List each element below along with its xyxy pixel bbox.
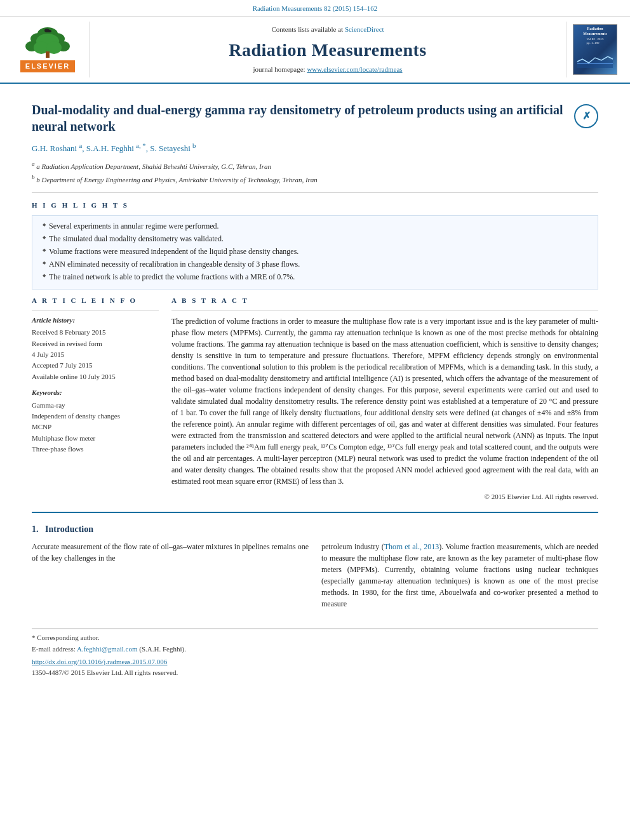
highlight-item-4: ANN eliminated necessity of recalibratio… [43, 259, 590, 270]
highlight-item-1: Several experiments in annular regime we… [43, 221, 590, 232]
article-info-header: A R T I C L E I N F O [32, 296, 159, 305]
highlight-item-3: Volume fractions were measured independe… [43, 246, 590, 257]
highlights-box: Several experiments in annular regime we… [32, 215, 598, 290]
abstract-header: A B S T R A C T [171, 296, 598, 305]
keyword-5: Three-phase flows [32, 444, 159, 454]
doi-line: http://dx.doi.org/10.1016/j.radmeas.2015… [32, 657, 598, 667]
intro-col-right: petroleum industry (Thorn et al., 2013).… [321, 541, 598, 610]
section-divider-thick [32, 512, 598, 513]
cover-details: Vol 82 · 2015pp. 1–180 [587, 37, 604, 45]
journal-cover-area: RadiationMeasurements Vol 82 · 2015pp. 1… [566, 22, 624, 77]
footnotes-section: * Corresponding author. E-mail address: … [32, 629, 598, 678]
article-info-abstract-section: A R T I C L E I N F O Article history: R… [32, 296, 598, 502]
thorn-citation-link[interactable]: Thorn et al., 2013 [384, 542, 439, 551]
article-info-panel: A R T I C L E I N F O Article history: R… [32, 296, 159, 502]
affiliation-b: b b Department of Energy Engineering and… [32, 173, 598, 185]
journal-title-area: Contents lists available at ScienceDirec… [89, 22, 566, 77]
date-online: Available online 10 July 2015 [32, 372, 159, 382]
contents-available: Contents lists available at ScienceDirec… [271, 25, 384, 34]
paper-title: Dual-modality and dual-energy gamma ray … [32, 102, 598, 135]
svg-rect-8 [46, 51, 50, 58]
keyword-4: Multiphase flow meter [32, 434, 159, 443]
svg-rect-11 [577, 60, 613, 68]
paper-body: ✗ Dual-modality and dual-energy gamma ra… [0, 84, 630, 690]
keyword-3: MCNP [32, 422, 159, 432]
date-received: Received 8 February 2015 [32, 328, 159, 337]
abstract-text: The prediction of volume fractions in or… [171, 316, 598, 487]
svg-point-10 [48, 30, 51, 32]
author-sup-a2: a, * [136, 142, 146, 149]
paper-title-section: ✗ Dual-modality and dual-energy gamma ra… [32, 102, 598, 135]
author-sup-a: a [79, 142, 82, 149]
article-history-label: Article history: [32, 316, 159, 325]
author-sup-b: b [192, 142, 196, 149]
email-link[interactable]: A.feghhi@gmail.com [77, 645, 138, 653]
keyword-2: Independent of density changes [32, 411, 159, 421]
journal-header: ELSEVIER Contents lists available at Sci… [0, 17, 630, 84]
journal-cover-image: RadiationMeasurements Vol 82 · 2015pp. 1… [573, 24, 617, 75]
crossmark-icon: ✗ [582, 109, 591, 123]
top-citation-bar: Radiation Measurements 82 (2015) 154–162 [0, 0, 630, 17]
issn-line: 1350-4487/© 2015 Elsevier Ltd. All right… [32, 668, 598, 677]
affiliation-a: a a Radiation Application Department, Sh… [32, 160, 598, 171]
sciencedirect-link[interactable]: ScienceDirect [345, 25, 384, 33]
abstract-divider [171, 310, 598, 310]
divider-1 [32, 192, 598, 193]
elsevier-tree-icon [19, 27, 76, 59]
section-title: 1. Introduction [32, 523, 598, 536]
email-note: E-mail address: A.feghhi@gmail.com (S.A.… [32, 644, 598, 654]
copyright-line: © 2015 Elsevier Ltd. All rights reserved… [171, 492, 598, 502]
journal-main-title: Radiation Measurements [229, 37, 426, 62]
highlights-list: Several experiments in annular regime we… [43, 221, 590, 282]
journal-homepage-link[interactable]: www.elsevier.com/locate/radmeas [307, 65, 402, 73]
intro-col-left: Accurate measurement of the flow rate of… [32, 541, 309, 610]
highlight-item-2: The simulated dual modality densitometry… [43, 234, 590, 244]
keyword-1: Gamma-ray [32, 401, 159, 410]
introduction-section: 1. Introduction Accurate measurement of … [32, 523, 598, 610]
highlights-header: H I G H L I G H T S [32, 201, 598, 210]
intro-two-col: Accurate measurement of the flow rate of… [32, 541, 598, 610]
date-accepted: Accepted 7 July 2015 [32, 361, 159, 370]
abstract-panel: A B S T R A C T The prediction of volume… [171, 296, 598, 502]
corresponding-author-note: * Corresponding author. [32, 633, 598, 643]
date-revised-label: Received in revised form [32, 339, 159, 349]
homepage-label: journal homepage: www.elsevier.com/locat… [253, 65, 402, 74]
elsevier-logo-area: ELSEVIER [6, 22, 89, 77]
article-info-divider [32, 310, 159, 310]
cover-graphic [576, 48, 614, 70]
elsevier-wordmark: ELSEVIER [20, 60, 75, 72]
authors-line: G.H. Roshani a, S.A.H. Feghhi a, *, S. S… [32, 141, 598, 155]
keywords-label: Keywords: [32, 388, 159, 397]
doi-link[interactable]: http://dx.doi.org/10.1016/j.radmeas.2015… [32, 658, 167, 665]
elsevier-box: ELSEVIER [19, 27, 76, 72]
date-revised: 4 July 2015 [32, 350, 159, 359]
cover-journal-title: RadiationMeasurements [583, 27, 607, 36]
citation-text: Radiation Measurements 82 (2015) 154–162 [253, 4, 378, 12]
highlight-item-5: The trained network is able to predict t… [43, 272, 590, 283]
